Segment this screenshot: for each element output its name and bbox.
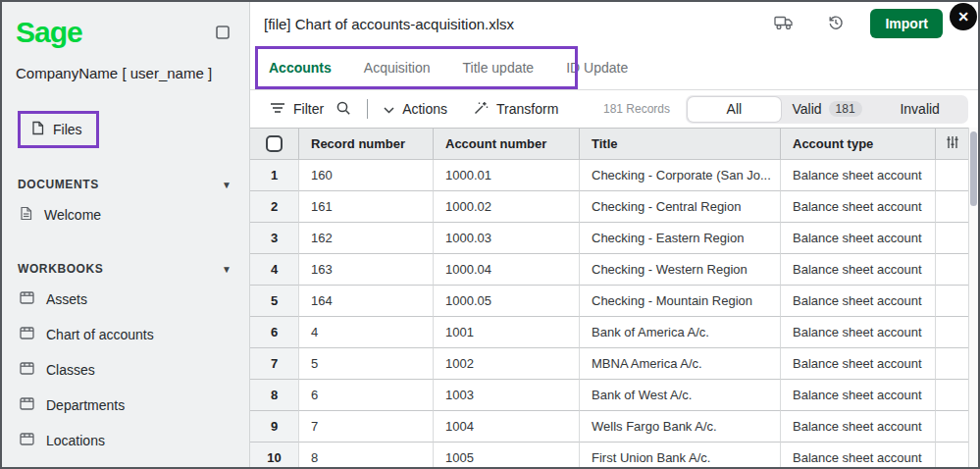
search-button[interactable] [330, 96, 357, 123]
vertical-scrollbar[interactable] [968, 128, 978, 467]
record-number-cell[interactable]: 4 [299, 317, 434, 348]
sidebar-item-departments[interactable]: Departments [2, 388, 249, 423]
sidebar-item-classes[interactable]: Classes [2, 352, 249, 388]
account-type-cell[interactable]: Balance sheet account [781, 286, 936, 317]
record-number-cell[interactable]: 5 [299, 348, 434, 380]
column-settings-header[interactable] [936, 129, 968, 160]
row-number-cell[interactable]: 8 [250, 380, 299, 411]
account-type-cell[interactable]: Balance sheet account [781, 443, 936, 467]
account-number-cell[interactable]: 1000.05 [434, 286, 580, 317]
account-type-cell[interactable]: Balance sheet account [781, 348, 936, 380]
record-number-cell[interactable]: 160 [299, 160, 434, 191]
record-number-cell[interactable]: 7 [299, 411, 434, 443]
record-number-cell[interactable]: 6 [299, 380, 434, 411]
row-number-cell[interactable]: 9 [250, 411, 299, 443]
tab-acquisition[interactable]: Acquisition [362, 45, 433, 89]
migrate-button[interactable] [772, 13, 796, 35]
title-cell[interactable]: Checking - Central Region [580, 191, 781, 223]
account-type-cell[interactable]: Balance sheet account [781, 317, 936, 348]
sage-logo: Sage [16, 18, 82, 47]
account-type-cell[interactable]: Balance sheet account [781, 191, 936, 223]
sidebar-item-assets[interactable]: Assets [2, 282, 249, 317]
account-number-cell[interactable]: 1004 [434, 411, 580, 443]
row-number-cell[interactable]: 4 [250, 254, 299, 286]
workbook-icon [20, 433, 34, 448]
row-number-cell[interactable]: 3 [250, 223, 299, 254]
sidebar-item-statistical-accounts[interactable]: Statistical accounts [2, 458, 249, 469]
row-number-cell[interactable]: 7 [250, 348, 299, 380]
sidebar-item-label: Classes [46, 362, 95, 378]
sidebar-section-workbooks[interactable]: WORKBOOKS ▼ [2, 262, 249, 276]
column-header-title[interactable]: Title [580, 129, 781, 160]
title-cell[interactable]: MBNA America A/c. [580, 348, 781, 380]
sidebar-item-chart-of-accounts[interactable]: Chart of accounts [2, 317, 249, 352]
account-number-cell[interactable]: 1000.02 [434, 191, 580, 223]
account-number-cell[interactable]: 1000.03 [434, 223, 580, 254]
row-number-cell[interactable]: 10 [250, 443, 299, 467]
row-settings-cell [936, 380, 968, 411]
sidebar-collapse-button[interactable] [212, 22, 233, 46]
main-panel: [file] Chart of accounts-acquisition.xls… [250, 2, 978, 467]
title-cell[interactable]: Checking - Mountain Region [580, 286, 781, 317]
row-number-cell[interactable]: 2 [250, 191, 299, 223]
table-area: Record numberAccount numberTitleAccount … [250, 128, 978, 467]
history-button[interactable] [825, 12, 847, 36]
account-type-cell[interactable]: Balance sheet account [781, 223, 936, 254]
title-cell[interactable]: Checking - Western Region [580, 254, 781, 286]
actions-menu-button[interactable]: Actions [378, 97, 453, 121]
column-header-account-type[interactable]: Account type [781, 129, 936, 160]
row-number-cell[interactable]: 1 [250, 160, 299, 191]
row-number-cell[interactable]: 5 [250, 286, 299, 317]
filter-button[interactable]: Filter [264, 97, 330, 122]
file-title: [file] Chart of accounts-acquisition.xls… [264, 16, 514, 32]
column-header-account-number[interactable]: Account number [434, 129, 580, 160]
account-type-cell[interactable]: Balance sheet account [781, 254, 936, 286]
title-cell[interactable]: Checking - Eastern Region [580, 223, 781, 254]
title-cell[interactable]: Bank of West A/c. [580, 380, 781, 411]
sidebar-section-documents[interactable]: DOCUMENTS ▼ [2, 178, 249, 191]
sidebar-item-label: Departments [46, 397, 125, 413]
row-settings-cell [936, 411, 968, 443]
title-cell[interactable]: First Union Bank A/c. [580, 443, 781, 467]
segment-invalid[interactable]: Invalid [873, 97, 966, 122]
account-type-cell[interactable]: Balance sheet account [781, 160, 936, 191]
scrollbar-thumb[interactable] [970, 131, 977, 206]
account-number-cell[interactable]: 1000.01 [434, 160, 580, 191]
title-cell[interactable]: Bank of America A/c. [580, 317, 781, 348]
files-button[interactable]: Files [18, 111, 99, 148]
record-number-cell[interactable]: 161 [299, 191, 434, 223]
tab-bar: AccountsAcquisitionTitle updateID Update [250, 45, 978, 90]
segment-valid[interactable]: Valid181 [781, 97, 874, 122]
magic-wand-icon [473, 100, 489, 119]
tab-title-update[interactable]: Title update [461, 45, 537, 89]
account-number-cell[interactable]: 1005 [434, 443, 580, 467]
tab-id-update[interactable]: ID Update [564, 45, 630, 89]
account-type-cell[interactable]: Balance sheet account [781, 411, 936, 443]
title-cell[interactable]: Wells Fargo Bank A/c. [580, 411, 781, 443]
sidebar: Sage CompanyName [ user_name ] Files DOC… [2, 2, 250, 467]
import-button[interactable]: Import [870, 9, 943, 38]
records-count: 181 Records [603, 102, 670, 116]
tab-accounts[interactable]: Accounts [267, 45, 334, 89]
account-number-cell[interactable]: 1002 [434, 348, 580, 380]
record-number-cell[interactable]: 163 [299, 254, 434, 286]
record-number-cell[interactable]: 162 [299, 223, 434, 254]
column-header-record-number[interactable]: Record number [299, 129, 434, 160]
account-type-cell[interactable]: Balance sheet account [781, 380, 936, 411]
chevron-down-icon [384, 101, 394, 117]
title-cell[interactable]: Checking - Corporate (San Jo... [580, 160, 781, 191]
sidebar-item-locations[interactable]: Locations [2, 423, 249, 458]
account-number-cell[interactable]: 1001 [434, 317, 580, 348]
account-number-cell[interactable]: 1003 [434, 380, 580, 411]
segment-all[interactable]: All [688, 97, 781, 122]
row-number-cell[interactable]: 6 [250, 317, 299, 348]
sidebar-item-welcome[interactable]: Welcome [2, 197, 249, 233]
transform-button[interactable]: Transform [467, 96, 564, 123]
app-window: Sage CompanyName [ user_name ] Files DOC… [0, 0, 980, 469]
record-number-cell[interactable]: 164 [299, 286, 434, 317]
sidebar-item-label: Welcome [44, 207, 101, 223]
select-all-checkbox[interactable] [266, 135, 283, 152]
record-number-cell[interactable]: 8 [299, 443, 434, 467]
close-overlay-button[interactable]: ✕ [950, 3, 977, 30]
account-number-cell[interactable]: 1000.04 [434, 254, 580, 286]
